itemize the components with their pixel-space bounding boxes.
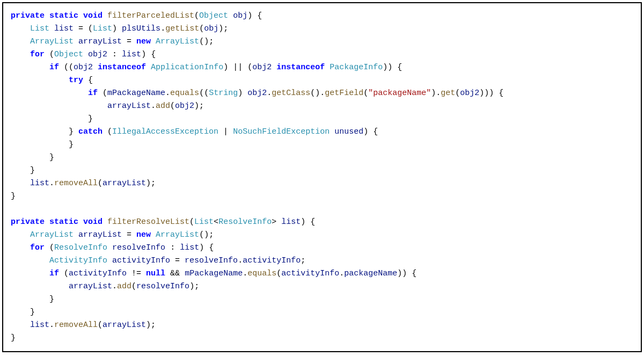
code-block: private static void filterParceledList(O…: [2, 2, 642, 352]
code-line: }: [11, 153, 54, 162]
code-line: for (Object obj2 : list) {: [11, 50, 156, 59]
code-line: ArrayList arrayList = new ArrayList();: [11, 230, 214, 239]
code-line: for (ResolveInfo resolveInfo : list) {: [11, 243, 214, 252]
code-line: private static void filterResolveList(Li…: [11, 217, 315, 227]
code-line: list.removeAll(arrayList);: [11, 179, 156, 188]
code-line: list.removeAll(arrayList);: [11, 321, 156, 330]
code-line: } catch (IllegalAccessException | NoSuch…: [11, 127, 378, 136]
code-line: ActivityInfo activityInfo = resolveInfo.…: [11, 256, 305, 265]
code-line: arrayList.add(resolveInfo);: [11, 282, 199, 291]
code-line: private static void filterParceledList(O…: [11, 11, 262, 20]
code-line: }: [11, 166, 35, 175]
code-line: }: [11, 140, 74, 149]
code-line: arrayList.add(obj2);: [11, 101, 204, 111]
code-line: }: [11, 192, 16, 201]
code-line: if (mPackageName.equals((String) obj2.ge…: [11, 89, 503, 98]
code-line: [11, 205, 16, 214]
code-line: if ((obj2 instanceof ApplicationInfo) ||…: [11, 63, 402, 72]
code-line: List list = (List) plsUtils.getList(obj)…: [11, 24, 228, 33]
code-line: try {: [11, 76, 93, 85]
code-line: }: [11, 114, 93, 123]
code-line: }: [11, 295, 54, 304]
code-line: ArrayList arrayList = new ArrayList();: [11, 37, 214, 46]
code-line: }: [11, 308, 35, 317]
code-line: if (activityInfo != null && mPackageName…: [11, 269, 416, 278]
code-line: }: [11, 333, 16, 343]
